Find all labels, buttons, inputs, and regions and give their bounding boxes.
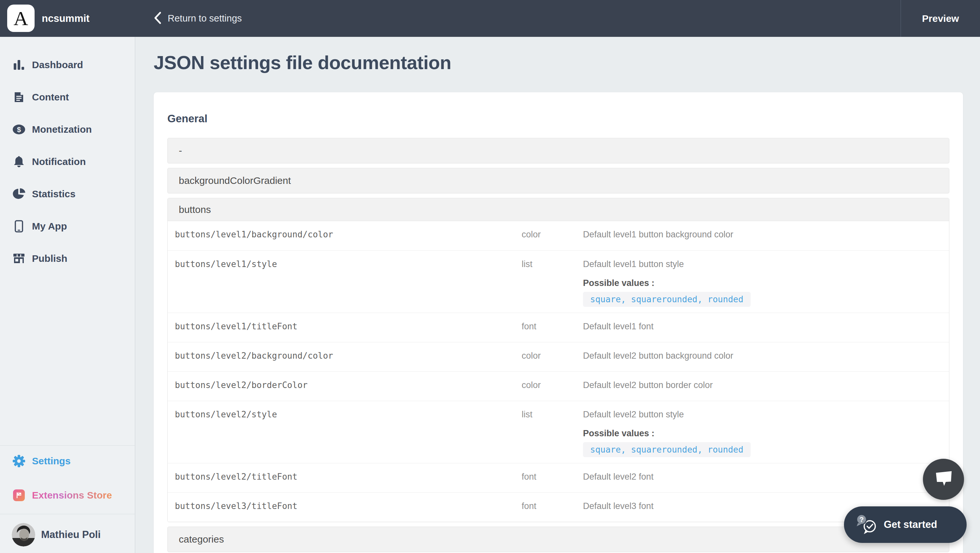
setting-description: Default level1 font: [583, 321, 942, 332]
sidebar-item-notification[interactable]: Notification: [0, 145, 135, 178]
section-header-dash[interactable]: -: [167, 138, 949, 164]
table-row: buttons/level1/style list Default level1…: [168, 250, 949, 313]
user-profile[interactable]: Mathieu Poli: [12, 523, 101, 547]
sidebar-item-publish[interactable]: Publish: [0, 242, 135, 275]
setting-type: list: [522, 409, 583, 420]
sidebar: Dashboard Content: [0, 37, 135, 553]
setting-type: font: [522, 471, 583, 482]
return-to-settings-link[interactable]: Return to settings: [153, 0, 242, 37]
smartphone-icon: [12, 220, 26, 232]
documentation-card: General - backgroundColorGradient button…: [154, 92, 963, 553]
main-content: JSON settings file documentation General…: [135, 37, 980, 553]
setting-type: list: [522, 259, 583, 270]
table-row: buttons/level1/background/color color De…: [168, 221, 949, 250]
page-title: JSON settings file documentation: [154, 52, 963, 73]
chevron-left-icon: [153, 11, 162, 26]
sidebar-item-label: My App: [32, 221, 67, 232]
document-icon: [12, 91, 26, 103]
sidebar-item-label: Settings: [32, 456, 70, 467]
setting-description: Default level2 button background color: [583, 350, 942, 361]
avatar: [12, 523, 35, 547]
return-to-settings-label: Return to settings: [168, 13, 242, 24]
section-title: General: [167, 113, 949, 125]
preview-button[interactable]: Preview: [901, 0, 980, 37]
extensions-flag-icon: [12, 489, 26, 501]
sidebar-item-label: Dashboard: [32, 59, 83, 70]
logo-letter: A: [14, 8, 29, 29]
sidebar-item-statistics[interactable]: Statistics: [0, 178, 135, 210]
setting-type: font: [522, 501, 583, 512]
possible-values-label: Possible values :: [583, 428, 942, 439]
user-name: Mathieu Poli: [41, 529, 101, 540]
setting-key: buttons/level1/style: [175, 259, 522, 270]
section-header-buttons[interactable]: buttons: [168, 198, 949, 221]
possible-values-chip: square, squarerounded, rounded: [583, 442, 751, 457]
svg-text:?: ?: [859, 515, 864, 524]
section-header-backgroundcolorgradient[interactable]: backgroundColorGradient: [167, 168, 949, 193]
setting-type: color: [522, 380, 583, 391]
setting-key: buttons/level1/titleFont: [175, 321, 522, 332]
get-started-label: Get started: [884, 519, 937, 531]
setting-key: buttons/level2/style: [175, 409, 522, 420]
sidebar-item-label: Extensions Store: [32, 490, 112, 501]
topbar: A ncsummit Return to settings Preview: [0, 0, 980, 37]
section-header-categories[interactable]: categories: [167, 527, 949, 552]
app-window: A ncsummit Return to settings Preview: [0, 0, 980, 553]
sidebar-item-content[interactable]: Content: [0, 81, 135, 113]
help-bubbles-icon: ?: [855, 513, 878, 536]
setting-description: Default level2 font: [583, 471, 942, 482]
storefront-icon: [12, 253, 26, 264]
setting-description: Default level2 button style: [583, 409, 942, 420]
table-row: buttons/level1/titleFont font Default le…: [168, 313, 949, 342]
pie-chart-icon: [12, 188, 26, 200]
setting-key: buttons/level2/titleFont: [175, 471, 522, 482]
app-name: ncsummit: [42, 0, 89, 37]
dollar-circle-icon: $: [12, 124, 26, 135]
table-row: buttons/level2/titleFont font Default le…: [168, 463, 949, 493]
possible-values-label: Possible values :: [583, 278, 942, 289]
sidebar-item-label: Publish: [32, 253, 67, 264]
sidebar-item-label: Content: [32, 92, 69, 103]
sidebar-item-dashboard[interactable]: Dashboard: [0, 49, 135, 81]
gear-icon: [12, 454, 26, 467]
sidebar-item-settings[interactable]: Settings: [0, 448, 135, 474]
setting-description: Default level1 button background color: [583, 229, 942, 240]
section-buttons: buttons buttons/level1/background/color …: [167, 198, 949, 522]
bar-chart-icon: [12, 59, 26, 70]
setting-description: Default level1 button style: [583, 259, 942, 270]
setting-key: buttons/level1/background/color: [175, 229, 522, 240]
setting-type: font: [522, 321, 583, 332]
sidebar-item-label: Notification: [32, 156, 86, 167]
sidebar-item-label: Statistics: [32, 189, 75, 200]
setting-key: buttons/level3/titleFont: [175, 501, 522, 512]
table-row: buttons/level2/background/color color De…: [168, 342, 949, 371]
setting-type: color: [522, 229, 583, 240]
setting-description: Default level2 button border color: [583, 380, 942, 391]
chat-button[interactable]: [923, 459, 964, 500]
chat-bubble-icon: [933, 470, 954, 489]
sidebar-divider: [0, 514, 135, 514]
get-started-button[interactable]: ? Get started: [844, 506, 967, 543]
sidebar-item-extensions-store[interactable]: Extensions Store: [0, 482, 135, 509]
sidebar-nav: Dashboard Content: [0, 49, 135, 275]
app-logo[interactable]: A: [7, 5, 35, 32]
possible-values-chip: square, squarerounded, rounded: [583, 292, 751, 307]
setting-key: buttons/level2/background/color: [175, 350, 522, 361]
table-row: buttons/level2/style list Default level2…: [168, 401, 949, 463]
sidebar-item-label: Monetization: [32, 124, 92, 135]
sidebar-divider: [0, 445, 135, 446]
setting-type: color: [522, 350, 583, 361]
sidebar-item-my-app[interactable]: My App: [0, 210, 135, 242]
bell-icon: [12, 156, 26, 168]
svg-text:$: $: [17, 126, 21, 133]
table-row: buttons/level3/titleFont font Default le…: [168, 493, 949, 522]
setting-key: buttons/level2/borderColor: [175, 380, 522, 391]
table-row: buttons/level2/borderColor color Default…: [168, 371, 949, 401]
sidebar-item-monetization[interactable]: $ Monetization: [0, 113, 135, 145]
